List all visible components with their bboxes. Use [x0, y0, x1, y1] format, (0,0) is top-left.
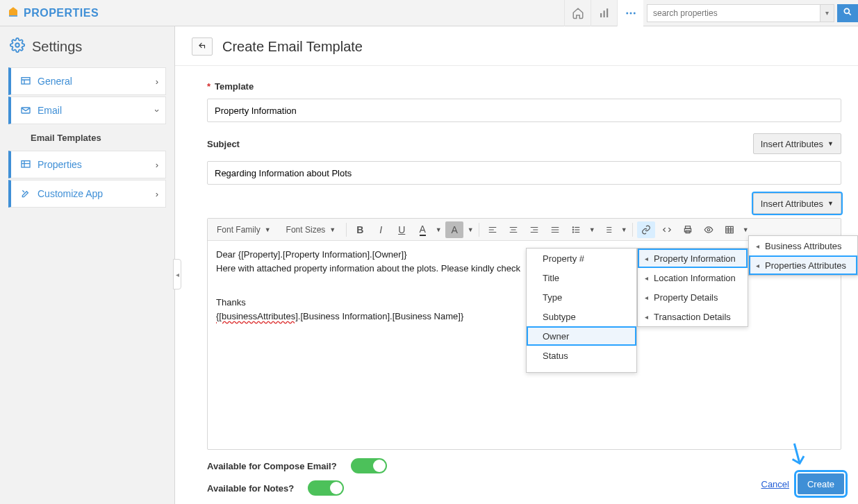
insert-attributes-body-button[interactable]: Insert Attributes ▼	[753, 193, 841, 214]
menu-item-status[interactable]: Status	[527, 346, 636, 365]
bullet-list-dropdown[interactable]: ▼	[588, 221, 596, 238]
subject-label: Subject	[207, 139, 240, 149]
font-size-select[interactable]: Font Sizes▼	[280, 221, 343, 238]
menu-item-subtype[interactable]: Subtype	[527, 307, 636, 326]
svg-rect-1	[603, 10, 604, 17]
tools-icon	[18, 188, 33, 199]
sidebar-item-general[interactable]: General ›	[8, 67, 166, 95]
chevron-right-icon: ›	[156, 76, 158, 87]
sidebar: Settings General › Email › Email Templat…	[0, 26, 175, 504]
svg-point-3	[626, 12, 628, 14]
back-arrow-icon	[197, 41, 208, 53]
align-justify-button[interactable]	[546, 221, 564, 238]
bold-button[interactable]: B	[351, 221, 369, 238]
underline-button[interactable]: U	[393, 221, 411, 238]
app-title: PROPERTIES	[24, 7, 99, 19]
toggle-row-compose: Available for Compose Email?	[207, 458, 841, 473]
insert-attributes-subject-button[interactable]: Insert Attributes ▼	[753, 133, 841, 154]
svg-point-5	[633, 12, 635, 14]
chevron-left-icon: ◂	[645, 274, 652, 282]
menu-item-transaction-details[interactable]: ◂Transaction Details	[638, 307, 748, 326]
preview-button[interactable]	[700, 221, 718, 238]
menu-item-property-details[interactable]: ◂Property Details	[638, 287, 748, 307]
svg-point-11	[573, 226, 574, 227]
notes-toggle[interactable]	[308, 480, 344, 496]
chevron-left-icon: ◂	[756, 262, 763, 269]
chart-icon[interactable]	[591, 0, 617, 26]
table-button[interactable]	[720, 221, 739, 238]
bg-color-dropdown[interactable]: ▼	[466, 221, 475, 238]
svg-rect-8	[22, 78, 30, 84]
subject-input[interactable]	[207, 161, 841, 185]
chevron-down-icon: ▾	[825, 9, 829, 17]
menu-item-business-attributes[interactable]: ◂Business Attributes	[749, 236, 857, 255]
bullet-list-button[interactable]	[567, 221, 585, 238]
caret-down-icon: ▼	[827, 200, 834, 207]
attributes-menu-level3: Property # Title Type Subtype Owner Stat…	[526, 248, 637, 373]
svg-rect-2	[607, 8, 608, 17]
code-button[interactable]	[658, 221, 676, 238]
menu-item-owner[interactable]: Owner	[527, 326, 636, 346]
align-center-button[interactable]	[504, 221, 522, 238]
page-header: Create Email Template	[175, 26, 858, 66]
settings-heading: Settings	[0, 26, 174, 66]
home-icon[interactable]	[564, 0, 591, 26]
editor-toolbar: Font Family▼ Font Sizes▼ B I U A ▼ A ▼	[208, 219, 841, 241]
sidebar-item-email[interactable]: Email ›	[8, 96, 166, 124]
page-title: Create Email Template	[222, 39, 363, 55]
number-list-dropdown[interactable]: ▼	[620, 221, 628, 238]
search-input[interactable]	[647, 5, 820, 22]
search-wrap: ▾	[647, 4, 858, 22]
compose-toggle-label: Available for Compose Email?	[207, 461, 337, 471]
menu-item-contact[interactable]: Contact	[527, 365, 636, 373]
menu-item-property-number[interactable]: Property #	[527, 249, 636, 268]
font-family-select[interactable]: Font Family▼	[211, 221, 277, 238]
sidebar-item-customize[interactable]: Customize App ›	[8, 180, 166, 208]
number-list-button[interactable]	[599, 221, 617, 238]
layout-icon	[18, 76, 33, 87]
grid-icon	[18, 159, 33, 170]
chevron-right-icon: ›	[156, 160, 158, 170]
menu-item-type[interactable]: Type	[527, 287, 636, 307]
attributes-menu-level1: ◂Business Attributes ◂Properties Attribu…	[748, 235, 858, 276]
bg-color-button[interactable]: A	[445, 221, 463, 238]
compose-toggle[interactable]	[351, 458, 387, 473]
sidebar-item-email-templates[interactable]: Email Templates	[8, 126, 166, 149]
app-logo[interactable]: PROPERTIES	[7, 6, 99, 21]
menu-item-property-information[interactable]: ◂Property Information	[638, 249, 748, 268]
print-button[interactable]	[679, 221, 697, 238]
search-button[interactable]	[837, 4, 858, 22]
text-color-button[interactable]: A	[413, 221, 431, 238]
svg-rect-18	[726, 226, 734, 233]
svg-point-7	[15, 43, 19, 47]
toggle-row-notes: Available for Notes?	[207, 480, 841, 496]
link-button[interactable]	[637, 221, 655, 238]
chevron-left-icon: ◂	[645, 294, 652, 301]
align-left-button[interactable]	[484, 221, 502, 238]
create-button[interactable]: Create	[798, 473, 844, 494]
svg-point-6	[844, 8, 849, 13]
search-scope-dropdown[interactable]: ▾	[820, 5, 834, 22]
footer-actions: Cancel Create	[761, 473, 845, 494]
svg-point-12	[573, 229, 574, 230]
menu-item-title[interactable]: Title	[527, 268, 636, 287]
sidebar-item-properties[interactable]: Properties ›	[8, 151, 166, 178]
gear-icon	[10, 37, 25, 56]
caret-down-icon: ▼	[329, 226, 336, 233]
text-color-dropdown[interactable]: ▼	[434, 221, 443, 238]
chevron-right-icon: ›	[156, 189, 158, 199]
template-label: * Template	[207, 81, 841, 92]
menu-item-location-information[interactable]: ◂Location Information	[638, 268, 748, 287]
top-bar: PROPERTIES ▾	[0, 0, 858, 26]
logo-icon	[7, 6, 19, 21]
back-button[interactable]	[192, 37, 213, 56]
mail-icon	[18, 105, 33, 116]
more-icon[interactable]	[617, 0, 643, 26]
template-name-input[interactable]	[207, 99, 841, 122]
svg-rect-10	[22, 161, 30, 167]
italic-button[interactable]: I	[372, 221, 390, 238]
cancel-link[interactable]: Cancel	[761, 479, 789, 489]
align-right-button[interactable]	[525, 221, 543, 238]
caret-down-icon: ▼	[265, 226, 271, 233]
menu-item-properties-attributes[interactable]: ◂Properties Attributes	[749, 255, 857, 275]
